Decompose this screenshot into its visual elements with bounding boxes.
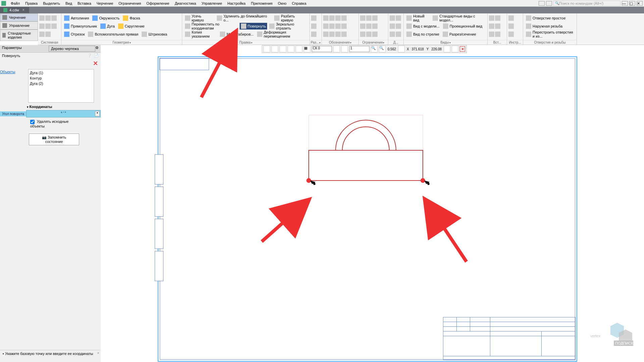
- c6-icon[interactable]: [372, 23, 378, 29]
- d3-icon[interactable]: [390, 23, 395, 29]
- a8-icon[interactable]: [341, 23, 347, 29]
- btn-rebuild[interactable]: Перестроить отверстия и из...: [525, 30, 575, 39]
- maximize-button[interactable]: ▢: [629, 1, 635, 6]
- group-label-views[interactable]: Виды: [404, 40, 487, 45]
- dim1-icon[interactable]: [311, 15, 316, 21]
- command-search[interactable]: 🔍 Поиск по командам (Alt+/): [553, 1, 621, 6]
- c8-icon[interactable]: [366, 32, 371, 37]
- btn-modelview[interactable]: Вид с модели...: [405, 23, 441, 30]
- preview-icon[interactable]: [45, 23, 51, 29]
- ctb-9[interactable]: [444, 46, 450, 52]
- t2-icon[interactable]: [508, 23, 514, 29]
- ctb-2[interactable]: [271, 46, 278, 52]
- btn-hatch[interactable]: Штриховка: [140, 31, 168, 38]
- menu-window[interactable]: Окно: [275, 1, 289, 6]
- btn-arc[interactable]: Дуга: [99, 23, 116, 30]
- a2-icon[interactable]: [329, 15, 335, 21]
- ctb-4[interactable]: [288, 46, 294, 52]
- i5-icon[interactable]: [489, 32, 494, 37]
- group-label-tools[interactable]: Инстр...: [507, 40, 523, 45]
- i6-icon[interactable]: [495, 32, 500, 37]
- a4-icon[interactable]: [341, 15, 347, 21]
- save-icon[interactable]: [51, 15, 57, 21]
- group-label-diag[interactable]: Д...: [388, 40, 403, 45]
- c3-icon[interactable]: [372, 15, 378, 21]
- d1-icon[interactable]: [390, 15, 395, 21]
- d4-icon[interactable]: [396, 23, 401, 29]
- grid-icon[interactable]: ▦: [304, 46, 310, 52]
- menu-insert[interactable]: Вставка: [75, 1, 94, 6]
- menu-format[interactable]: Оформление: [144, 1, 172, 6]
- btn-copy[interactable]: Копия указанием: [184, 30, 218, 39]
- menu-diag[interactable]: Диагностика: [172, 1, 199, 6]
- export-icon[interactable]: [51, 23, 57, 29]
- t1-icon[interactable]: [508, 15, 514, 21]
- menu-drawing[interactable]: Черчение: [94, 1, 116, 6]
- btn-chamfer[interactable]: Фаска: [121, 15, 141, 21]
- undo-icon[interactable]: [39, 32, 45, 37]
- a5-icon[interactable]: [323, 23, 329, 29]
- a3-icon[interactable]: [335, 15, 341, 21]
- a9-icon[interactable]: [323, 32, 329, 37]
- btn-stdviews[interactable]: Стандартные виды с модел...: [431, 13, 486, 23]
- layout-btn-1[interactable]: [539, 1, 545, 6]
- angle-input[interactable]: ° ' " ▾: [26, 110, 101, 117]
- mode-std-parts[interactable]: Стандартные изделия: [0, 30, 38, 41]
- btn-scale[interactable]: Масштабиров...: [218, 31, 255, 38]
- redo-icon[interactable]: [45, 32, 51, 37]
- scale-select[interactable]: 1: [349, 46, 369, 52]
- group-label-insert[interactable]: Вст...: [488, 40, 507, 45]
- object-list[interactable]: Дуга (1) Контур Дуга (2): [28, 69, 94, 103]
- status-close-icon[interactable]: ×: [97, 351, 99, 355]
- dim2-icon[interactable]: [311, 23, 316, 29]
- ctb-3[interactable]: [280, 46, 286, 52]
- menu-select[interactable]: Выделить: [40, 1, 63, 6]
- list-item[interactable]: Контур: [29, 75, 93, 81]
- menu-file[interactable]: Файл: [8, 1, 22, 6]
- mode-manage[interactable]: Управление: [0, 21, 38, 30]
- doc-tab-close[interactable]: ×: [21, 8, 26, 12]
- t3-icon[interactable]: [508, 32, 514, 37]
- a11-icon[interactable]: [335, 32, 341, 37]
- btn-circle[interactable]: Окружность: [91, 15, 121, 21]
- tree-tab[interactable]: Дерево чертежа: [49, 46, 95, 52]
- btn-rect[interactable]: Прямоугольник: [63, 23, 98, 30]
- ctb-8[interactable]: [398, 46, 405, 52]
- btn-deform[interactable]: Деформация перемещением: [256, 30, 308, 39]
- ctb-6[interactable]: [333, 46, 340, 52]
- zoom-in-icon[interactable]: 🔍: [379, 46, 386, 52]
- menu-apps[interactable]: Приложения: [248, 1, 275, 6]
- c5-icon[interactable]: [366, 23, 371, 29]
- close-button[interactable]: ✕: [637, 1, 643, 6]
- help-icon[interactable]: ❔: [87, 53, 92, 58]
- group-label-geom[interactable]: Геометрия: [61, 40, 182, 45]
- btn-segment[interactable]: Отрезок: [63, 31, 86, 38]
- list-item[interactable]: Дуга (1): [29, 70, 93, 75]
- ctb-7[interactable]: [341, 46, 348, 52]
- section-coordinates[interactable]: Координаты: [0, 103, 101, 110]
- a1-icon[interactable]: [323, 15, 329, 21]
- ctb-10[interactable]: [452, 46, 458, 52]
- cancel-x-icon[interactable]: ✕: [460, 46, 465, 52]
- menu-manage[interactable]: Управление: [199, 1, 225, 6]
- panel-gear-icon[interactable]: ⚙: [95, 46, 99, 52]
- i2-icon[interactable]: [495, 15, 500, 21]
- ctb-1[interactable]: [263, 46, 270, 52]
- objects-link[interactable]: Объекты: [0, 68, 28, 103]
- group-label-edit[interactable]: Правка: [182, 40, 309, 45]
- group-label-constr[interactable]: Ограничения: [359, 40, 388, 45]
- c2-icon[interactable]: [366, 15, 371, 21]
- btn-rotate[interactable]: Повернуть: [240, 23, 267, 30]
- angle-dropdown[interactable]: ▾: [95, 111, 100, 116]
- btn-projview[interactable]: Проекционный вид: [442, 23, 484, 30]
- group-label-dim[interactable]: Раз...: [310, 40, 321, 45]
- c4-icon[interactable]: [360, 23, 365, 29]
- menu-edit[interactable]: Правка: [22, 1, 40, 6]
- open-icon[interactable]: [45, 15, 51, 21]
- mode-drawing[interactable]: Черчение: [0, 13, 38, 21]
- i1-icon[interactable]: [489, 15, 494, 21]
- print-icon[interactable]: [39, 23, 45, 29]
- btn-arrowview[interactable]: Вид по стрелке: [405, 31, 441, 38]
- zoom-out-icon[interactable]: 🔍: [371, 46, 378, 52]
- ctb-5[interactable]: [296, 46, 302, 52]
